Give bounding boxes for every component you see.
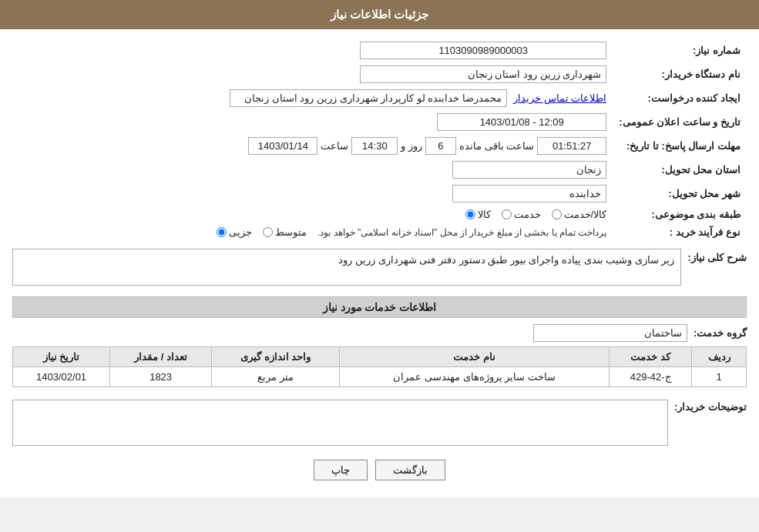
category-kala-label: کالا bbox=[478, 209, 491, 220]
col-header-row: ردیف bbox=[692, 347, 747, 367]
requester-label: ایجاد کننده درخواست: bbox=[613, 86, 747, 110]
category-khedmat-radio[interactable] bbox=[502, 209, 512, 219]
page-title: جزئیات اطلاعات نیاز bbox=[331, 8, 428, 21]
general-desc-label: شرح کلی نیاز: bbox=[687, 252, 747, 263]
purchase-jozvi-radio[interactable] bbox=[217, 227, 227, 237]
col-header-code: کد خدمت bbox=[609, 347, 691, 367]
purchase-jozvi-label: جزیی bbox=[229, 226, 252, 238]
col-header-quantity: تعداد / مقدار bbox=[110, 347, 212, 367]
col-header-unit: واحد اندازه گیری bbox=[212, 347, 340, 367]
service-group-row: گروه خدمت: ساختمان bbox=[12, 324, 747, 342]
need-number-value: 1103090989000003 bbox=[360, 42, 606, 59]
back-button[interactable]: بازگشت bbox=[375, 460, 445, 480]
table-cell-date: 1403/02/01 bbox=[13, 367, 110, 387]
table-row: 1ج-42-429ساخت سایر پروژه‌های مهندسی عمرا… bbox=[13, 367, 747, 387]
category-khedmat-option[interactable]: خدمت bbox=[502, 209, 541, 220]
services-table: ردیف کد خدمت نام خدمت واحد اندازه گیری ت… bbox=[12, 346, 747, 387]
purchase-motavaset-option[interactable]: متوسط bbox=[263, 226, 307, 238]
purchase-type-value-cell: پرداخت تمام یا بخشی از مبلغ خریدار از مح… bbox=[12, 223, 613, 241]
need-number-value-cell: 1103090989000003 bbox=[12, 38, 613, 62]
table-cell-row: 1 bbox=[692, 367, 747, 387]
requester-value: محمدرضا خدابنده لو کارپرداز شهرداری زرین… bbox=[230, 89, 507, 107]
category-kala-khedmat-radio[interactable] bbox=[552, 209, 562, 219]
services-section-title: اطلاعات خدمات مورد نیاز bbox=[12, 296, 747, 318]
service-group-value: ساختمان bbox=[533, 324, 687, 342]
need-number-label: شماره نیاز: bbox=[613, 38, 747, 62]
delivery-province-value-cell: زنجان bbox=[12, 158, 613, 182]
category-label: طبقه بندی موضوعی: bbox=[613, 206, 747, 223]
category-value-cell: کالا/خدمت خدمت کالا bbox=[12, 206, 613, 223]
reply-days-label: روز و bbox=[401, 140, 422, 152]
main-content: شماره نیاز: 1103090989000003 نام دستگاه … bbox=[0, 29, 759, 497]
purchase-type-label: نوع فرآیند خرید : bbox=[613, 223, 747, 241]
print-button[interactable]: چاپ bbox=[314, 460, 368, 480]
buyer-desc-label: توضیحات خریدار: bbox=[674, 401, 747, 413]
requester-value-cell: اطلاعات تماس خریدار محمدرضا خدابنده لو ک… bbox=[12, 86, 613, 110]
delivery-province-value: زنجان bbox=[452, 161, 606, 179]
reply-remaining-value: 01:51:27 bbox=[537, 137, 606, 155]
delivery-city-value: خدابنده bbox=[452, 185, 606, 202]
reply-date-value: 1403/01/14 bbox=[248, 137, 317, 155]
buyer-desc-section: توضیحات خریدار: bbox=[12, 396, 747, 446]
table-cell-name: ساخت سایر پروژه‌های مهندسی عمران bbox=[340, 367, 610, 387]
page-header: جزئیات اطلاعات نیاز bbox=[0, 0, 759, 29]
contact-link[interactable]: اطلاعات تماس خریدار bbox=[513, 92, 606, 104]
delivery-province-label: استان محل تحویل: bbox=[613, 158, 747, 182]
col-header-name: نام خدمت bbox=[340, 347, 610, 367]
reply-time-label: ساعت bbox=[321, 140, 348, 152]
purchase-note: پرداخت تمام یا بخشی از مبلغ خریدار از مح… bbox=[317, 227, 606, 238]
general-desc-section: شرح کلی نیاز: زیر سازی وشیب بندی پیاده و… bbox=[12, 249, 747, 286]
col-header-date: تاریخ نیاز bbox=[13, 347, 110, 367]
services-section: اطلاعات خدمات مورد نیاز گروه خدمت: ساختم… bbox=[12, 296, 747, 387]
buyer-org-label: نام دستگاه خریدار: bbox=[613, 62, 747, 86]
buyer-org-value-cell: شهرداری زرین رود استان زنجان bbox=[12, 62, 613, 86]
table-cell-unit: متر مربع bbox=[212, 367, 340, 387]
buyer-org-value: شهرداری زرین رود استان زنجان bbox=[360, 65, 606, 83]
reply-remaining-label: ساعت باقی مانده bbox=[459, 140, 534, 152]
purchase-jozvi-option[interactable]: جزیی bbox=[217, 226, 252, 238]
purchase-motavaset-label: متوسط bbox=[275, 226, 307, 238]
table-cell-quantity: 1823 bbox=[110, 367, 212, 387]
reply-deadline-value-cell: 01:51:27 ساعت باقی مانده 6 روز و 14:30 س… bbox=[12, 134, 613, 158]
announce-date-label: تاریخ و ساعت اعلان عمومی: bbox=[613, 110, 747, 134]
reply-deadline-label: مهلت ارسال پاسخ: تا تاریخ: bbox=[613, 134, 747, 158]
category-khedmat-label: خدمت bbox=[514, 209, 541, 220]
reply-days-value: 6 bbox=[425, 137, 456, 155]
delivery-city-label: شهر محل تحویل: bbox=[613, 182, 747, 206]
buyer-desc-box bbox=[12, 400, 668, 446]
category-kala-radio[interactable] bbox=[465, 209, 475, 219]
category-kala-khedmat-option[interactable]: کالا/خدمت bbox=[552, 209, 607, 220]
announce-date-value: 1403/01/08 - 12:09 bbox=[437, 113, 606, 131]
button-row: بازگشت چاپ bbox=[12, 460, 747, 480]
announce-date-value-cell: 1403/01/08 - 12:09 bbox=[12, 110, 613, 134]
page-wrapper: جزئیات اطلاعات نیاز شماره نیاز: 11030909… bbox=[0, 0, 759, 497]
general-desc-value: زیر سازی وشیب بندی پیاده واجرای بیور طبق… bbox=[12, 249, 681, 286]
delivery-city-value-cell: خدابنده bbox=[12, 182, 613, 206]
purchase-motavaset-radio[interactable] bbox=[263, 227, 273, 237]
service-group-label: گروه خدمت: bbox=[694, 327, 747, 339]
reply-time-value: 14:30 bbox=[351, 137, 398, 155]
table-cell-code: ج-42-429 bbox=[609, 367, 691, 387]
category-kala-khedmat-label: کالا/خدمت bbox=[564, 209, 607, 220]
category-kala-option[interactable]: کالا bbox=[465, 209, 491, 220]
info-table: شماره نیاز: 1103090989000003 نام دستگاه … bbox=[12, 38, 747, 241]
